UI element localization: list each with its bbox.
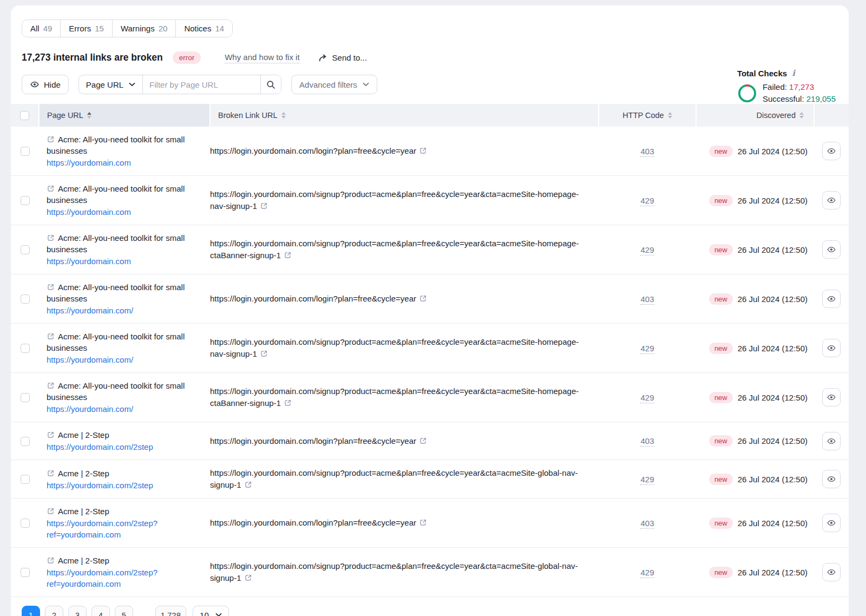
external-link-icon[interactable]: [47, 556, 55, 565]
external-link-icon[interactable]: [47, 135, 55, 143]
row-checkbox[interactable]: [21, 393, 30, 402]
row-checkbox[interactable]: [21, 196, 30, 205]
page-url-link[interactable]: https://yourdomain.com/: [47, 305, 202, 316]
column-header-page-url[interactable]: Page URL: [39, 104, 210, 127]
filter-field-select[interactable]: Page URL: [79, 75, 142, 94]
external-link-icon[interactable]: [419, 147, 427, 155]
page-url-link[interactable]: https://yourdomain.com: [47, 255, 202, 267]
sort-icon[interactable]: [87, 112, 91, 119]
external-link-icon[interactable]: [260, 350, 268, 358]
row-checkbox[interactable]: [21, 344, 30, 353]
external-link-icon[interactable]: [244, 574, 252, 582]
new-badge: new: [709, 343, 733, 354]
page-button-4[interactable]: 4: [91, 606, 110, 616]
view-details-button[interactable]: [822, 191, 841, 209]
external-link-icon[interactable]: [47, 283, 55, 291]
tab-notices[interactable]: Notices 14: [175, 20, 232, 37]
hide-button[interactable]: Hide: [22, 75, 69, 94]
tab-all[interactable]: All 49: [22, 20, 60, 37]
column-header-http-code[interactable]: HTTP Code: [599, 104, 696, 127]
view-details-button[interactable]: [822, 563, 841, 581]
view-details-button[interactable]: [822, 142, 841, 160]
external-link-icon[interactable]: [419, 437, 427, 445]
external-link-icon[interactable]: [47, 234, 55, 242]
page-url-link[interactable]: https://yourdomain.com/2step?ref=yourdom…: [47, 517, 202, 540]
http-code-value[interactable]: 429: [640, 344, 654, 354]
external-link-icon[interactable]: [260, 202, 268, 210]
http-code-value[interactable]: 403: [640, 436, 654, 447]
page-button-last[interactable]: 1,728: [155, 606, 187, 616]
advanced-filters-button[interactable]: Advanced filters: [291, 75, 377, 94]
page-url-link[interactable]: https://yourdomain.com: [47, 206, 202, 218]
external-link-icon[interactable]: [284, 399, 292, 407]
tab-warnings[interactable]: Warnings 20: [112, 20, 176, 37]
http-code-value[interactable]: 429: [640, 568, 654, 578]
page-size-select[interactable]: 10: [193, 606, 229, 616]
page-button-2[interactable]: 2: [45, 606, 63, 616]
select-all-checkbox[interactable]: [20, 111, 29, 120]
external-link-icon[interactable]: [47, 469, 55, 477]
row-checkbox[interactable]: [21, 475, 30, 484]
http-code-value[interactable]: 403: [640, 294, 654, 305]
page-button-1[interactable]: 1: [22, 606, 40, 616]
page-title-text: Acme: All-you-need toolkit for small bus…: [47, 332, 185, 352]
row-checkbox[interactable]: [21, 568, 30, 577]
http-code-value[interactable]: 403: [640, 519, 654, 529]
external-link-icon[interactable]: [419, 519, 427, 527]
column-header-discovered[interactable]: Discovered: [696, 104, 814, 127]
external-link-icon[interactable]: [47, 185, 55, 193]
filter-input[interactable]: [142, 75, 260, 94]
page-url-link[interactable]: https://yourdomain.com/2step: [47, 480, 202, 491]
view-details-button[interactable]: [822, 240, 841, 259]
row-checkbox[interactable]: [21, 147, 30, 156]
http-code-value[interactable]: 429: [640, 196, 654, 206]
http-code-value[interactable]: 403: [640, 147, 654, 157]
page-url-link[interactable]: https://yourdomain.com/2step?ref=yourdom…: [47, 567, 202, 589]
external-link-icon[interactable]: [284, 251, 292, 259]
page-url-link[interactable]: https://yourdomain.com/: [47, 403, 202, 415]
view-details-button[interactable]: [822, 514, 841, 532]
sort-icon[interactable]: [281, 112, 286, 119]
table-row: Acme | 2-Step https://yourdomain.com/2st…: [11, 548, 849, 597]
view-details-button[interactable]: [822, 470, 841, 488]
row-checkbox[interactable]: [21, 245, 30, 254]
column-header-broken-link[interactable]: Broken Link URL: [210, 104, 599, 127]
search-button[interactable]: [260, 75, 281, 94]
external-link-icon[interactable]: [47, 431, 55, 439]
page-url-link[interactable]: https://yourdomain.com: [47, 157, 202, 168]
external-link-icon[interactable]: [244, 481, 252, 489]
page-url-link[interactable]: https://yourdomain.com/: [47, 354, 202, 365]
sort-icon[interactable]: [799, 112, 804, 119]
total-checks-label: Total Checks: [737, 69, 787, 78]
http-code-value[interactable]: 429: [640, 393, 654, 403]
send-to-button[interactable]: Send to...: [318, 53, 367, 62]
discovered-date: 26 Jul 2024 (12:50): [738, 519, 808, 528]
http-code-value[interactable]: 429: [640, 475, 654, 485]
row-checkbox[interactable]: [21, 519, 30, 528]
view-details-button[interactable]: [822, 290, 841, 308]
page-size-value: 10: [200, 611, 209, 616]
view-details-button[interactable]: [822, 388, 841, 407]
info-icon[interactable]: i: [792, 68, 795, 78]
page-button-5[interactable]: 5: [115, 606, 133, 616]
page-button-3[interactable]: 3: [68, 606, 87, 616]
view-details-button[interactable]: [822, 432, 841, 450]
tab-errors[interactable]: Errors 15: [60, 20, 112, 37]
eye-icon: [826, 147, 836, 155]
page-title-text: Acme: All-you-need toolkit for small bus…: [47, 381, 185, 402]
page-url-link[interactable]: https://yourdomain.com/2step: [47, 441, 202, 453]
page-title-text: Acme: All-you-need toolkit for small bus…: [47, 184, 185, 205]
view-details-button[interactable]: [822, 339, 841, 357]
external-link-icon[interactable]: [47, 382, 55, 390]
table-body: Acme: All-you-need toolkit for small bus…: [11, 127, 849, 597]
why-how-to-fix-link[interactable]: Why and how to fix it: [225, 53, 299, 63]
external-link-icon[interactable]: [419, 294, 427, 303]
discovered-date: 26 Jul 2024 (12:50): [738, 568, 808, 577]
sort-icon[interactable]: [668, 112, 672, 119]
external-link-icon[interactable]: [47, 507, 55, 515]
row-checkbox[interactable]: [21, 437, 30, 446]
new-badge: new: [709, 195, 733, 206]
row-checkbox[interactable]: [21, 294, 30, 304]
external-link-icon[interactable]: [47, 332, 55, 340]
http-code-value[interactable]: 429: [640, 245, 654, 255]
